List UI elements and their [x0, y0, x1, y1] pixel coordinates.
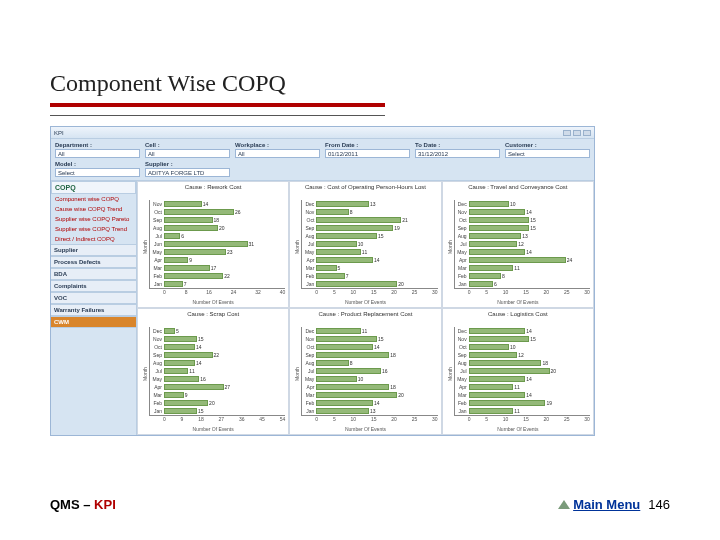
bar-value: 26 — [235, 209, 241, 215]
bar-category: Oct — [455, 344, 469, 350]
sidebar-section[interactable]: VOC — [51, 292, 136, 304]
bar-row: May10 — [302, 375, 437, 383]
bar-track: 8 — [469, 273, 590, 279]
bar-row: Nov15 — [455, 335, 590, 343]
bar-row: Mar5 — [302, 264, 437, 272]
close-icon[interactable] — [583, 130, 591, 136]
bar-category: Dec — [455, 201, 469, 207]
bar-track: 7 — [164, 281, 285, 287]
sidebar-section[interactable]: CWM — [51, 316, 136, 328]
chart-panel: Cause : Scrap CostMonthDec5Nov15Oct14Sep… — [137, 308, 289, 435]
bar-value: 5 — [338, 265, 341, 271]
filter-workplace: Workplace : All — [235, 142, 320, 158]
bar-track: 19 — [469, 400, 590, 406]
bar-category: Nov — [455, 336, 469, 342]
slide-title: Component Wise COPQ — [50, 70, 670, 97]
bar-row: Oct21 — [302, 216, 437, 224]
filter-label: To Date : — [415, 142, 500, 148]
sidebar-section[interactable]: Supplier — [51, 244, 136, 256]
bar-category: Nov — [150, 336, 164, 342]
bar-row: Jul16 — [302, 367, 437, 375]
bar-row: Feb20 — [150, 399, 285, 407]
x-ticks: 091827364554 — [149, 416, 285, 422]
bar-row: May14 — [455, 248, 590, 256]
bar-value: 11 — [514, 384, 520, 390]
bar-value: 10 — [358, 241, 364, 247]
sidebar-link[interactable]: Cause wise COPQ Trend — [51, 204, 136, 214]
bar-row: Feb14 — [302, 399, 437, 407]
from-date-input[interactable]: 01/12/2011 — [325, 149, 410, 158]
bar-value: 14 — [203, 201, 209, 207]
bar-category: Sep — [302, 225, 316, 231]
bar-value: 10 — [510, 344, 516, 350]
bar-track: 7 — [316, 273, 437, 279]
bar-track: 18 — [469, 360, 590, 366]
bar-category: Aug — [150, 360, 164, 366]
to-date-input[interactable]: 31/12/2012 — [415, 149, 500, 158]
customer-select[interactable]: Select — [505, 149, 590, 158]
model-select[interactable]: Select — [55, 168, 140, 177]
bar-fill: 20 — [469, 368, 550, 374]
bars-area: Dec10Nov14Oct15Sep15Aug13Jul12May14Apr24… — [454, 200, 590, 289]
bar-fill: 22 — [164, 273, 223, 279]
bar-category: May — [455, 249, 469, 255]
y-axis-label: Month — [446, 200, 454, 295]
bar-row: Jul20 — [455, 367, 590, 375]
bar-fill: 14 — [316, 257, 373, 263]
bar-track: 18 — [164, 217, 285, 223]
bar-category: Jan — [150, 281, 164, 287]
sidebar-section[interactable]: Complaints — [51, 280, 136, 292]
bar-track: 22 — [164, 273, 285, 279]
bar-fill: 27 — [164, 384, 224, 390]
bar-category: Mar — [455, 392, 469, 398]
bar-value: 23 — [227, 249, 233, 255]
bar-track: 15 — [469, 336, 590, 342]
maximize-icon[interactable] — [573, 130, 581, 136]
bar-row: Mar14 — [455, 391, 590, 399]
supplier-select[interactable]: ADITYA FORGE LTD — [145, 168, 230, 177]
cell-select[interactable]: All — [145, 149, 230, 158]
sidebar-link[interactable]: Component wise COPQ — [51, 194, 136, 204]
filter-customer: Customer : Select — [505, 142, 590, 158]
workplace-select[interactable]: All — [235, 149, 320, 158]
chart-panel: Cause : Rework CostMonthNov14Oct26Sep18A… — [137, 181, 289, 308]
chart-title: Cause : Rework Cost — [141, 184, 285, 198]
bar-fill: 14 — [469, 376, 526, 382]
bar-track: 18 — [316, 384, 437, 390]
sidebar-section[interactable]: BDA — [51, 268, 136, 280]
x-ticks: 0816243240 — [149, 289, 285, 295]
bar-value: 16 — [382, 368, 388, 374]
bar-fill: 10 — [316, 376, 356, 382]
bar-row: Feb7 — [302, 272, 437, 280]
filter-label: Customer : — [505, 142, 590, 148]
main-menu-button[interactable]: Main Menu — [558, 497, 640, 512]
bar-value: 20 — [219, 225, 225, 231]
bar-row: May11 — [302, 248, 437, 256]
sidebar-link[interactable]: Direct / Indirect COPQ — [51, 234, 136, 244]
bar-category: Aug — [302, 360, 316, 366]
sidebar-head-copq[interactable]: COPQ — [51, 181, 136, 194]
bar-row: Jan20 — [302, 280, 437, 288]
bar-row: Jan11 — [455, 407, 590, 415]
bar-category: Nov — [455, 209, 469, 215]
bar-row: Jul12 — [455, 240, 590, 248]
bar-row: Jul11 — [150, 367, 285, 375]
bar-value: 14 — [526, 249, 532, 255]
bar-category: Feb — [455, 400, 469, 406]
sidebar-link[interactable]: Supplier wise COPQ Trend — [51, 224, 136, 234]
minimize-icon[interactable] — [563, 130, 571, 136]
sidebar-section[interactable]: Warranty Failures — [51, 304, 136, 316]
bar-track: 13 — [469, 233, 590, 239]
bar-category: Feb — [150, 400, 164, 406]
bar-category: May — [150, 249, 164, 255]
bar-category: Oct — [150, 344, 164, 350]
sidebar-section[interactable]: Process Defects — [51, 256, 136, 268]
department-select[interactable]: All — [55, 149, 140, 158]
bar-value: 14 — [374, 400, 380, 406]
x-axis-label: Number Of Events — [290, 299, 440, 305]
bar-track: 11 — [469, 408, 590, 414]
bar-track: 23 — [164, 249, 285, 255]
bar-row: Dec11 — [302, 327, 437, 335]
bar-fill: 13 — [316, 201, 369, 207]
sidebar-link[interactable]: Supplier wise COPQ Pareto — [51, 214, 136, 224]
